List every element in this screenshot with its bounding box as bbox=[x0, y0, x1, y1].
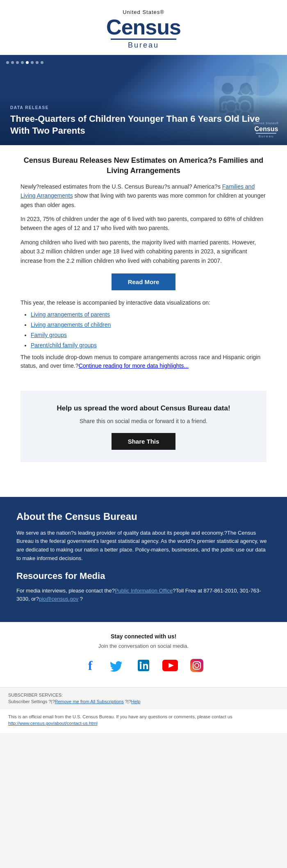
paragraph-3: Among children who lived with two parent… bbox=[20, 238, 266, 265]
logo-bottom-text: Bureau bbox=[106, 40, 181, 51]
remove-subscriptions-link[interactable]: Remove me from All Subscriptions bbox=[55, 699, 124, 704]
list-item-2: Living arrangements of children bbox=[31, 321, 266, 329]
article-body: Newly?released estimates from the U.S. C… bbox=[20, 182, 266, 265]
dot-7 bbox=[36, 61, 39, 64]
dot-2 bbox=[11, 61, 14, 64]
list-link-3[interactable]: Family groups bbox=[31, 332, 67, 338]
hero-title: Three-Quarters of Children Younger Than … bbox=[10, 113, 277, 137]
twitter-icon[interactable] bbox=[108, 656, 126, 675]
list-intro: This year, the release is accompanied by… bbox=[20, 298, 266, 307]
paragraph-1: Newly?released estimates from the U.S. C… bbox=[20, 182, 266, 210]
hero-image: 👨‍👩‍👧‍👦 DATA RELEASE Three-Quarters of C… bbox=[0, 55, 287, 145]
linkedin-icon[interactable] bbox=[134, 656, 153, 675]
dot-6 bbox=[31, 61, 34, 64]
dot-3 bbox=[16, 61, 19, 64]
facebook-icon[interactable]: f bbox=[81, 656, 100, 675]
resources-heading: Resources for Media bbox=[16, 569, 271, 583]
subscriber-label: SUBSCRIBER SERVICES: bbox=[8, 693, 63, 697]
article-title: Census Bureau Releases New Estimates on … bbox=[20, 155, 266, 176]
share-box: Help us spread the word about Census Bur… bbox=[20, 391, 266, 462]
share-this-button[interactable]: Share This bbox=[112, 433, 176, 450]
list-link-4[interactable]: Parent/child family groups bbox=[31, 342, 97, 349]
spacer-1 bbox=[20, 376, 266, 383]
hero-badge: DATA RELEASE bbox=[10, 105, 277, 111]
footer-disclaimer: This is an official email from the U.S. … bbox=[0, 709, 287, 733]
email-wrapper: United States® Census Bureau 👨‍👩‍👧‍👦 DAT… bbox=[0, 0, 287, 733]
logo-main-text: Census bbox=[106, 16, 181, 38]
stay-connected-text: Stay connected with us! bbox=[8, 632, 279, 641]
about-body: We serve as the nation?s leading provide… bbox=[16, 529, 271, 563]
logo-container: United States® Census Bureau bbox=[106, 8, 181, 51]
resources-before-link: For media interviews, please contact the… bbox=[16, 588, 115, 594]
hero-logo-small-top: United States® bbox=[254, 121, 279, 126]
list-item-3: Family groups bbox=[31, 331, 266, 339]
dot-1 bbox=[6, 61, 9, 64]
disclaimer-text: This is an official email from the U.S. … bbox=[8, 714, 232, 719]
share-subtitle: Share this on social media or forward it… bbox=[29, 417, 258, 426]
paragraph-2: In 2023, 75% of children under the age o… bbox=[20, 214, 266, 233]
svg-rect-1 bbox=[140, 664, 141, 669]
spacer-2 bbox=[20, 470, 266, 476]
resources-body: For media interviews, please contact the… bbox=[16, 587, 271, 604]
spacer-3 bbox=[20, 476, 266, 483]
svg-rect-5 bbox=[190, 659, 203, 672]
pio-email-link[interactable]: pio@census.gov bbox=[39, 596, 78, 602]
list-section: This year, the release is accompanied by… bbox=[20, 298, 266, 370]
continue-reading-link[interactable]: Continue reading for more data highlight… bbox=[79, 362, 189, 369]
share-title: Help us spread the word about Census Bur… bbox=[29, 403, 258, 414]
svg-point-8 bbox=[199, 662, 200, 663]
dot-8 bbox=[41, 61, 43, 64]
about-heading: About the Census Bureau bbox=[16, 509, 271, 524]
list-link-2[interactable]: Living arrangements of children bbox=[31, 321, 111, 328]
email-header: United States® Census Bureau bbox=[0, 0, 287, 55]
interactive-tools-list: Living arrangements of parents Living ar… bbox=[20, 310, 266, 350]
instagram-icon[interactable] bbox=[188, 656, 206, 675]
join-text: Join the conversation on social media. bbox=[8, 642, 279, 650]
para1-before-link: Newly?released estimates from the U.S. C… bbox=[20, 183, 222, 190]
list-item-4: Parent/child family groups bbox=[31, 341, 266, 350]
list-outro: The tools include drop-down menus to com… bbox=[20, 353, 266, 370]
dot-4 bbox=[21, 61, 24, 64]
help-link[interactable]: Help bbox=[131, 699, 141, 704]
hero-logo-small-bottom: Bureau bbox=[254, 134, 279, 139]
svg-point-2 bbox=[140, 662, 142, 664]
social-footer: Stay connected with us! Join the convers… bbox=[0, 622, 287, 687]
hero-logo-badge: United States® Census Bureau bbox=[254, 121, 279, 139]
list-link-1[interactable]: Living arrangements of parents bbox=[31, 311, 110, 318]
read-more-button[interactable]: Read More bbox=[112, 273, 176, 290]
list-item-1: Living arrangements of parents bbox=[31, 310, 266, 319]
help-separator: ?|? bbox=[124, 699, 131, 704]
contact-us-link[interactable]: http://www.census.gov/about/contact-us.h… bbox=[8, 721, 98, 726]
subscriber-settings: Subscriber Settings ?|? bbox=[8, 699, 55, 704]
hero-logo-small-main: Census bbox=[254, 126, 279, 132]
social-icons-row: f bbox=[8, 656, 279, 675]
read-more-container: Read More bbox=[20, 273, 266, 290]
hero-logo-small-line bbox=[256, 133, 276, 134]
about-section: About the Census Bureau We serve as the … bbox=[0, 497, 287, 622]
youtube-icon[interactable] bbox=[161, 656, 180, 675]
hero-overlay: DATA RELEASE Three-Quarters of Children … bbox=[0, 96, 287, 145]
subscriber-bar: SUBSCRIBER SERVICES: Subscriber Settings… bbox=[0, 687, 287, 709]
hero-dots bbox=[6, 61, 43, 64]
resources-after: ? bbox=[78, 596, 83, 602]
main-content: Census Bureau Releases New Estimates on … bbox=[0, 145, 287, 493]
dot-5-active bbox=[26, 61, 29, 64]
pio-link[interactable]: Public Information Office bbox=[115, 588, 173, 594]
